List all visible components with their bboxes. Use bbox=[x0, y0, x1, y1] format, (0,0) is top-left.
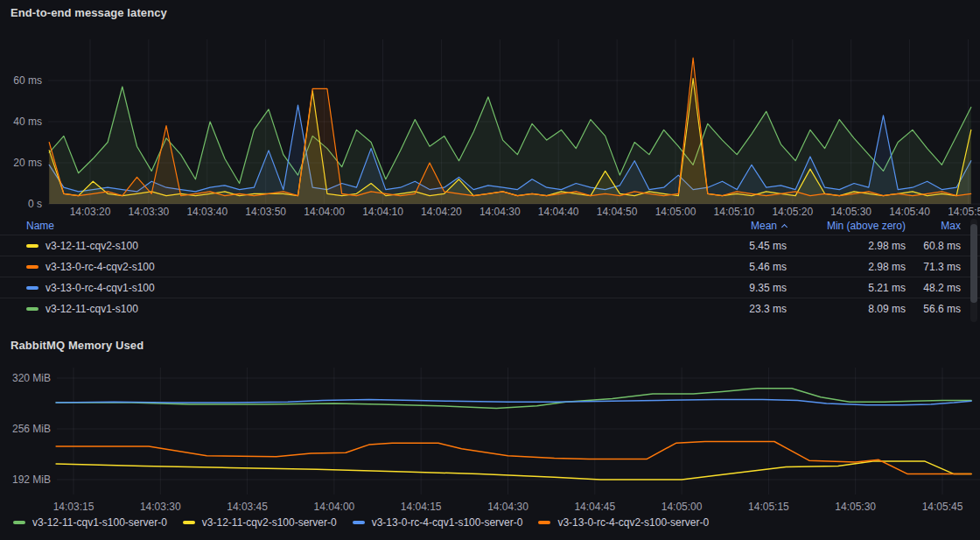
latency-chart-plot[interactable] bbox=[0, 0, 980, 217]
x-tick-label: 14:03:15 bbox=[53, 501, 94, 513]
series-toggle[interactable]: v3-13-0-rc-4-cqv1-s100 bbox=[0, 282, 686, 294]
x-tick-label: 14:04:15 bbox=[401, 501, 442, 513]
series-mean-value: 5.45 ms bbox=[686, 240, 787, 252]
series-min-value: 8.09 ms bbox=[787, 303, 906, 315]
series-toggle[interactable]: v3-13-0-rc-4-cqv2-s100-server-0 bbox=[538, 516, 709, 529]
series-toggle[interactable]: v3-12-11-cqv1-s100 bbox=[0, 303, 686, 315]
series-mean-value: 5.46 ms bbox=[686, 261, 787, 273]
legend-table-row: v3-12-11-cqv2-s1005.45 ms2.98 ms60.8 ms bbox=[0, 235, 980, 256]
x-tick-label: 14:04:00 bbox=[314, 501, 355, 513]
x-tick-label: 14:05:40 bbox=[889, 206, 930, 218]
legend-table-row: v3-13-0-rc-4-cqv1-s1009.35 ms5.21 ms48.2… bbox=[0, 277, 980, 298]
legend-table-row: v3-12-11-cqv1-s10023.3 ms8.09 ms56.6 ms bbox=[0, 298, 980, 319]
x-tick-label: 14:05:45 bbox=[922, 501, 963, 513]
series-name: v3-13-0-rc-4-cqv2-s100-server-0 bbox=[557, 516, 709, 529]
series-max-value: 48.2 ms bbox=[906, 282, 961, 294]
series-color-swatch bbox=[353, 521, 365, 524]
memory-chart-plot[interactable] bbox=[0, 329, 980, 515]
legend-header-max[interactable]: Max bbox=[906, 220, 961, 232]
series-name: v3-12-11-cqv2-s100 bbox=[46, 240, 138, 252]
series-color-swatch bbox=[538, 521, 550, 524]
x-tick-label: 14:04:30 bbox=[487, 501, 528, 513]
series-color-swatch bbox=[183, 521, 195, 524]
series-color-swatch bbox=[26, 307, 38, 311]
series-toggle[interactable]: v3-13-0-rc-4-cqv1-s100-server-0 bbox=[353, 516, 523, 529]
y-tick-label: 60 ms bbox=[0, 74, 42, 87]
series-mean-value: 9.35 ms bbox=[686, 282, 787, 294]
legend-table: Name Mean Min (above zero) Max v3-12-11-… bbox=[0, 217, 980, 319]
series-name: v3-13-0-rc-4-cqv2-s100 bbox=[46, 261, 155, 273]
panel-memory: RabbitMQ Memory Used 320 MiB256 MiB192 M… bbox=[0, 329, 980, 540]
x-tick-label: 14:05:15 bbox=[748, 501, 789, 513]
legend-header-mean[interactable]: Mean bbox=[686, 220, 787, 232]
series-min-value: 5.21 ms bbox=[787, 282, 906, 294]
x-tick-label: 14:03:45 bbox=[227, 501, 268, 513]
x-tick-label: 14:04:40 bbox=[538, 206, 579, 218]
series-max-value: 56.6 ms bbox=[906, 303, 961, 315]
series-name: v3-13-0-rc-4-cqv1-s100 bbox=[46, 282, 155, 294]
series-mean-value: 23.3 ms bbox=[686, 303, 787, 315]
panel-latency: End-to-end message latency 60 ms40 ms20 … bbox=[0, 0, 980, 329]
series-max-value: 60.8 ms bbox=[906, 240, 961, 252]
x-tick-label: 14:04:50 bbox=[597, 206, 638, 218]
x-tick-label: 14:05:20 bbox=[772, 206, 813, 218]
series-name: v3-12-11-cqv1-s100-server-0 bbox=[32, 516, 167, 529]
series-min-value: 2.98 ms bbox=[787, 240, 906, 252]
x-tick-label: 14:03:30 bbox=[140, 501, 181, 513]
series-toggle[interactable]: v3-12-11-cqv2-s100 bbox=[0, 240, 686, 252]
x-tick-label: 14:05:00 bbox=[662, 501, 703, 513]
series-max-value: 71.3 ms bbox=[906, 261, 961, 273]
memory-legend: v3-12-11-cqv1-s100-server-0v3-12-11-cqv2… bbox=[13, 516, 980, 529]
x-tick-label: 14:04:00 bbox=[304, 206, 345, 218]
series-toggle[interactable]: v3-12-11-cqv1-s100-server-0 bbox=[13, 516, 167, 529]
series-name: v3-12-11-cqv2-s100-server-0 bbox=[202, 516, 337, 529]
series-color-swatch bbox=[26, 244, 38, 248]
legend-header-min[interactable]: Min (above zero) bbox=[787, 220, 906, 232]
x-tick-label: 14:05:30 bbox=[835, 501, 876, 513]
x-tick-label: 14:03:50 bbox=[245, 206, 286, 218]
series-name: v3-13-0-rc-4-cqv1-s100-server-0 bbox=[372, 516, 523, 529]
x-tick-label: 14:04:45 bbox=[574, 501, 615, 513]
series-color-swatch bbox=[26, 286, 38, 290]
series-toggle[interactable]: v3-12-11-cqv2-s100-server-0 bbox=[183, 516, 337, 529]
legend-table-header: Name Mean Min (above zero) Max bbox=[0, 217, 980, 235]
x-tick-label: 14:05:30 bbox=[830, 206, 872, 218]
x-tick-label: 14:04:20 bbox=[421, 206, 462, 218]
series-name: v3-12-11-cqv1-s100 bbox=[46, 303, 138, 315]
x-tick-label: 14:05:00 bbox=[655, 206, 696, 218]
series-color-swatch bbox=[26, 265, 38, 269]
y-tick-label: 256 MiB bbox=[0, 423, 51, 435]
x-tick-label: 14:04:30 bbox=[480, 206, 521, 218]
x-tick-label: 14:03:20 bbox=[70, 206, 111, 218]
x-tick-label: 14:03:40 bbox=[186, 206, 228, 218]
y-tick-label: 320 MiB bbox=[0, 372, 51, 384]
series-color-swatch bbox=[13, 521, 25, 524]
y-tick-label: 0 s bbox=[0, 198, 42, 210]
x-tick-label: 14:05:50 bbox=[948, 206, 980, 218]
legend-scrollbar-thumb[interactable] bbox=[970, 224, 977, 303]
series-toggle[interactable]: v3-13-0-rc-4-cqv2-s100 bbox=[0, 261, 686, 273]
series-min-value: 2.98 ms bbox=[787, 261, 906, 273]
legend-header-name[interactable]: Name bbox=[0, 220, 686, 232]
x-tick-label: 14:04:10 bbox=[362, 206, 403, 218]
y-tick-label: 20 ms bbox=[0, 157, 42, 169]
y-tick-label: 40 ms bbox=[0, 116, 42, 128]
y-tick-label: 192 MiB bbox=[0, 473, 51, 486]
x-tick-label: 14:05:10 bbox=[714, 206, 755, 218]
x-tick-label: 14:03:30 bbox=[129, 206, 170, 218]
legend-table-row: v3-13-0-rc-4-cqv2-s1005.46 ms2.98 ms71.3… bbox=[0, 256, 980, 277]
